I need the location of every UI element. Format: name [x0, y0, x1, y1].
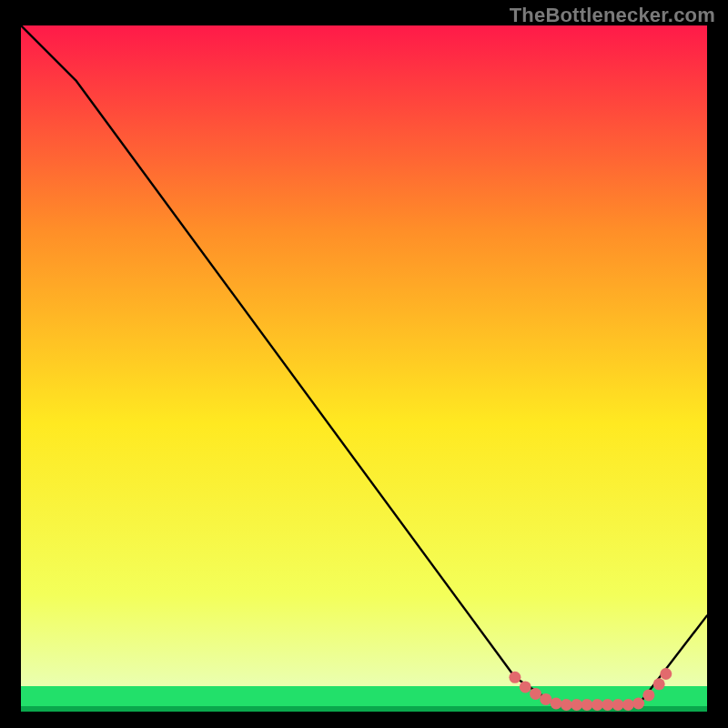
marker-dot — [540, 693, 551, 705]
marker-dot — [653, 678, 665, 690]
marker-dot — [612, 699, 624, 711]
marker-dot — [520, 681, 531, 693]
marker-dot — [530, 688, 541, 700]
marker-dot — [642, 689, 654, 701]
marker-dot — [571, 699, 582, 711]
marker-dot — [592, 699, 603, 711]
marker-dot — [561, 699, 572, 711]
marker-dot — [551, 698, 562, 710]
marker-dot — [509, 672, 521, 683]
marker-dot — [632, 698, 644, 710]
watermark-text: TheBottlenecker.com — [510, 4, 715, 27]
marker-dot — [581, 699, 593, 711]
marker-dot — [660, 668, 672, 680]
gradient-background — [21, 25, 707, 712]
marker-dot — [622, 699, 634, 711]
chart-container — [21, 25, 707, 712]
bottleneck-chart — [21, 25, 707, 712]
marker-dot — [602, 699, 613, 711]
